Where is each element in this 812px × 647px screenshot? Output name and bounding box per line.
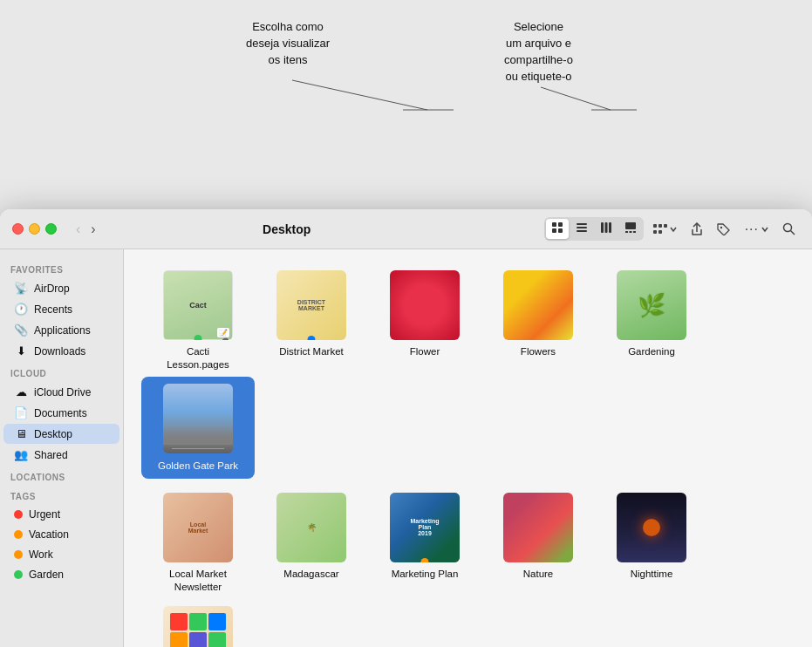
callout-select: Selecione um arquivo e compartilhe-o ou … (462, 19, 615, 85)
sidebar-section-tags: Tags (0, 485, 123, 504)
file-item-golden-gate-park[interactable]: Golden Gate Park (141, 377, 255, 479)
file-name-nature: Nature (523, 568, 554, 581)
sidebar-item-label: Desktop (34, 428, 72, 440)
title-bar: ‹ › Desktop (0, 209, 812, 249)
svg-rect-8 (577, 223, 587, 225)
svg-line-2 (541, 87, 611, 110)
group-icon (653, 223, 667, 235)
file-thumb-marketing: MarketingPlan2019 (390, 493, 460, 562)
group-button[interactable] (649, 221, 681, 238)
close-button[interactable] (12, 223, 24, 235)
traffic-lights (12, 223, 57, 235)
file-thumb-nighttime (617, 493, 686, 562)
more-chevron-icon (761, 226, 768, 233)
finder-window: ‹ › Desktop (0, 209, 812, 647)
file-item-district-market[interactable]: DISTRICTMARKET District Market (255, 263, 368, 377)
file-thumb-nature (503, 493, 573, 562)
sidebar-item-label: Shared (34, 449, 68, 461)
svg-rect-14 (625, 222, 636, 229)
file-name-local-market: Local MarketNewsletter (169, 568, 227, 594)
nav-buttons: ‹ › (72, 220, 99, 239)
svg-rect-13 (609, 222, 611, 233)
svg-rect-20 (664, 224, 667, 228)
file-item-nature[interactable]: Nature (481, 486, 595, 599)
svg-rect-22 (658, 230, 662, 234)
file-name-cacti: CactiLesson.pages (167, 345, 229, 371)
columns-icon (600, 221, 612, 234)
file-item-marketing-plan[interactable]: MarketingPlan2019 Marketing Plan (368, 486, 481, 599)
back-button[interactable]: ‹ (72, 220, 84, 239)
urgent-tag-dot (14, 510, 23, 519)
forward-button[interactable]: › (87, 220, 99, 239)
file-thumb-cacti: Cact 📝 ☁ (163, 270, 233, 340)
sidebar-item-airdrop[interactable]: 📡 AirDrop (3, 278, 119, 298)
recents-icon: 🕐 (14, 303, 28, 316)
tag-button[interactable] (713, 221, 735, 238)
svg-rect-11 (601, 222, 604, 233)
airdrop-icon: 📡 (14, 282, 28, 295)
cloud-icon: ☁ (221, 333, 229, 340)
sidebar-item-label: Garden (29, 569, 64, 581)
view-icon-btn[interactable] (546, 219, 569, 239)
svg-rect-19 (658, 224, 662, 228)
downloads-icon: ⬇ (14, 344, 28, 358)
view-columns-btn[interactable] (595, 219, 618, 239)
file-name-flower: Flower (410, 345, 440, 358)
sidebar-item-documents[interactable]: 📄 Documents (3, 403, 119, 423)
file-grid: Cact 📝 ☁ CactiLesson.pages DISTR (124, 249, 812, 647)
file-item-local-market[interactable]: LocalMarket Local MarketNewsletter (141, 486, 255, 599)
gallery-icon (624, 221, 637, 234)
sidebar-item-desktop[interactable]: 🖥 Desktop (3, 424, 119, 444)
sidebar-item-label: AirDrop (34, 283, 70, 295)
svg-rect-15 (625, 231, 628, 233)
view-gallery-btn[interactable] (619, 219, 642, 239)
applications-icon: 📎 (14, 324, 28, 337)
sidebar-item-recents[interactable]: 🕐 Recents (3, 299, 119, 319)
file-name-gardening: Gardening (628, 345, 675, 358)
sidebar-item-icloud-drive[interactable]: ☁ iCloud Drive (3, 382, 119, 402)
tag-icon (717, 223, 731, 235)
shared-icon: 👥 (14, 448, 28, 461)
sidebar-item-label: Recents (34, 303, 72, 316)
view-list-btn[interactable] (570, 219, 593, 239)
file-item-cacti-lesson[interactable]: Cact 📝 ☁ CactiLesson.pages (141, 263, 255, 377)
sidebar-item-tag-vacation[interactable]: Vacation (3, 525, 119, 544)
sidebar-item-shared[interactable]: 👥 Shared (3, 445, 119, 465)
annotation-area: Escolha como deseja visualizar os itens … (0, 17, 812, 647)
sidebar-item-tag-urgent[interactable]: Urgent (3, 505, 119, 524)
minimize-button[interactable] (29, 223, 40, 235)
share-button[interactable] (686, 220, 707, 239)
main-area: Favorites 📡 AirDrop 🕐 Recents 📎 Applicat… (0, 249, 812, 647)
orange-tag (421, 558, 429, 562)
more-button[interactable]: ··· (740, 219, 773, 240)
search-icon (782, 222, 795, 235)
sidebar-item-applications[interactable]: 📎 Applications (3, 320, 119, 340)
search-button[interactable] (778, 220, 800, 238)
sidebar-item-label: Downloads (34, 345, 85, 358)
sidebar-section-favorites: Favorites (0, 258, 123, 277)
garden-tag-dot (14, 570, 23, 579)
sidebar-item-tag-work[interactable]: Work (3, 545, 119, 564)
file-item-roommate-budget[interactable]: RoommateBudget (141, 599, 255, 647)
chevron-down-icon (670, 226, 677, 233)
sidebar-item-tag-garden[interactable]: Garden (3, 565, 119, 584)
svg-rect-18 (653, 224, 657, 228)
callout-view: Escolha como deseja visualizar os itens (218, 19, 358, 69)
file-item-gardening[interactable]: 🌿 Gardening (595, 263, 708, 377)
svg-rect-7 (558, 228, 563, 233)
share-icon (691, 222, 703, 236)
sidebar-item-label: iCloud Drive (34, 386, 91, 398)
file-item-nighttime[interactable]: Nighttime (595, 486, 708, 599)
file-name-flowers: Flowers (521, 345, 556, 358)
green-tag (194, 335, 202, 340)
desktop-icon: 🖥 (14, 427, 28, 440)
file-thumb-flowers (503, 270, 573, 340)
fullscreen-button[interactable] (45, 223, 57, 235)
sidebar-item-downloads[interactable]: ⬇ Downloads (3, 341, 119, 361)
blue-tag (308, 336, 316, 340)
file-item-flowers[interactable]: Flowers (481, 263, 595, 377)
file-item-flower[interactable]: Flower (368, 263, 481, 377)
file-item-madagascar[interactable]: 🌴 Madagascar (255, 486, 368, 599)
vacation-tag-dot (14, 530, 23, 539)
file-thumb-flower (390, 270, 460, 340)
